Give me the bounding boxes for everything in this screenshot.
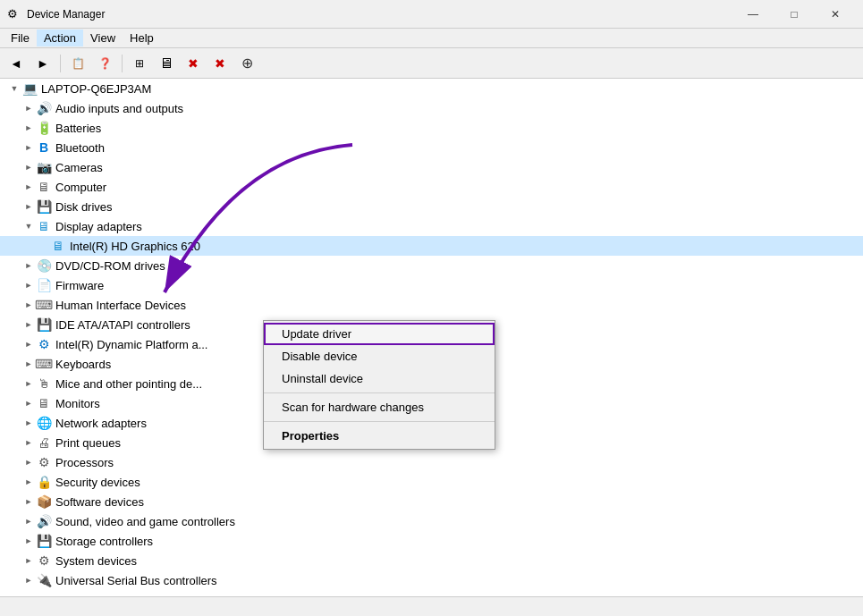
menu-view[interactable]: View bbox=[83, 30, 123, 46]
tree-label-monitors: Monitors bbox=[55, 397, 100, 410]
icon-audio: 🔊 bbox=[36, 100, 52, 116]
toolbar-separator-1 bbox=[60, 55, 61, 72]
tree-label-root: LAPTOP-Q6EJP3AM bbox=[41, 82, 151, 96]
tree-label-print: Print queues bbox=[55, 436, 121, 450]
tree-label-computer: Computer bbox=[55, 181, 106, 194]
tree-label-disk: Disk drives bbox=[55, 200, 113, 214]
expander-cameras: ► bbox=[21, 160, 36, 174]
close-button[interactable]: ✕ bbox=[815, 0, 856, 29]
tree-item-dvd[interactable]: ► 💿 DVD/CD-ROM drives bbox=[0, 256, 863, 275]
ctx-scan-hardware[interactable]: Scan for hardware changes bbox=[264, 396, 495, 418]
tree-item-computer[interactable]: ► 🖥 Computer bbox=[0, 177, 863, 197]
expander-intel-dp: ► bbox=[21, 337, 36, 351]
tree-item-cameras[interactable]: ► 📷 Cameras bbox=[0, 157, 863, 177]
tree-label-processors: Processors bbox=[55, 456, 114, 469]
expander-system: ► bbox=[21, 553, 36, 568]
expander-keyboards: ► bbox=[21, 357, 36, 371]
tree-item-software[interactable]: ► 📦 Software devices bbox=[0, 492, 863, 511]
title-bar: ⚙ Device Manager — □ ✕ bbox=[0, 0, 863, 29]
scan-button[interactable]: ⊕ bbox=[234, 51, 259, 76]
tree-item-security[interactable]: ► 🔒 Security devices bbox=[0, 472, 863, 492]
tree-label-storage: Storage controllers bbox=[55, 535, 153, 548]
expander-mice: ► bbox=[21, 376, 36, 391]
expander-security: ► bbox=[21, 475, 36, 489]
app-icon: ⚙ bbox=[7, 7, 21, 21]
icon-intel-dp: ⚙ bbox=[36, 336, 52, 352]
icon-hid: ⌨ bbox=[36, 297, 52, 313]
expander-batteries: ► bbox=[21, 121, 36, 135]
menu-file[interactable]: File bbox=[4, 30, 37, 46]
menu-help[interactable]: Help bbox=[123, 30, 161, 46]
expander-processors: ► bbox=[21, 455, 36, 469]
tree-label-security: Security devices bbox=[55, 476, 140, 489]
tree-label-dvd: DVD/CD-ROM drives bbox=[55, 259, 165, 273]
tree-label-keyboards: Keyboards bbox=[55, 358, 111, 371]
expander-usb: ► bbox=[21, 573, 36, 587]
icon-network: 🌐 bbox=[36, 415, 52, 431]
tree-item-firmware[interactable]: ► 📄 Firmware bbox=[0, 275, 863, 295]
expander-disk: ► bbox=[21, 199, 36, 214]
ctx-uninstall-device[interactable]: Uninstall device bbox=[264, 367, 495, 390]
expander-audio: ► bbox=[21, 101, 36, 115]
properties-button[interactable]: 📋 bbox=[65, 51, 90, 76]
update-driver-button[interactable]: ✖ bbox=[181, 51, 206, 76]
tree-label-mice: Mice and other pointing de... bbox=[55, 377, 202, 391]
tree-item-intel-hd[interactable]: 🖥 Intel(R) HD Graphics 620 bbox=[0, 236, 863, 256]
icon-security: 🔒 bbox=[36, 474, 52, 490]
tree-item-processors[interactable]: ► ⚙ Processors bbox=[0, 452, 863, 472]
expander-print: ► bbox=[21, 435, 36, 450]
icon-chip: 🖥 bbox=[36, 179, 52, 195]
tree-label-intel-dp: Intel(R) Dynamic Platform a... bbox=[55, 338, 208, 351]
tree-label-cameras: Cameras bbox=[55, 161, 103, 174]
icon-software: 📦 bbox=[36, 494, 52, 510]
toolbar: ◄ ► 📋 ❓ ⊞ 🖥 ✖ ✖ ⊕ bbox=[0, 48, 863, 79]
tree-item-audio[interactable]: ► 🔊 Audio inputs and outputs bbox=[0, 98, 863, 118]
tree-label-usb: Universal Serial Bus controllers bbox=[55, 574, 217, 587]
disable-button[interactable]: ✖ bbox=[207, 51, 233, 76]
icon-camera: 📷 bbox=[36, 159, 52, 175]
tree-label-audio: Audio inputs and outputs bbox=[55, 102, 183, 115]
tree-view[interactable]: ▼ 💻 LAPTOP-Q6EJP3AM ► 🔊 Audio inputs and… bbox=[0, 79, 863, 596]
minimize-button[interactable]: — bbox=[732, 0, 774, 29]
icon-monitor: 🖥 bbox=[36, 395, 52, 411]
tree-item-bluetooth[interactable]: ► B Bluetooth bbox=[0, 138, 863, 157]
help-button[interactable]: ❓ bbox=[92, 51, 117, 76]
menu-action[interactable]: Action bbox=[37, 30, 83, 46]
ctx-separator-2 bbox=[264, 421, 495, 422]
back-button[interactable]: ◄ bbox=[4, 51, 29, 76]
tree-item-sound[interactable]: ► 🔊 Sound, video and game controllers bbox=[0, 511, 863, 531]
tree-item-storage[interactable]: ► 💾 Storage controllers bbox=[0, 531, 863, 551]
show-hidden-button[interactable]: ⊞ bbox=[127, 51, 152, 76]
icon-firmware: 📄 bbox=[36, 277, 52, 293]
tree-label-network: Network adapters bbox=[55, 417, 147, 430]
tree-label-software: Software devices bbox=[55, 495, 144, 509]
main-content: ▼ 💻 LAPTOP-Q6EJP3AM ► 🔊 Audio inputs and… bbox=[0, 79, 863, 596]
tree-item-batteries[interactable]: ► 🔋 Batteries bbox=[0, 118, 863, 138]
ctx-properties[interactable]: Properties bbox=[264, 425, 495, 447]
forward-button[interactable]: ► bbox=[30, 51, 55, 76]
tree-label-firmware: Firmware bbox=[55, 279, 104, 292]
tree-item-disk[interactable]: ► 💾 Disk drives bbox=[0, 197, 863, 216]
icon-storage: 💾 bbox=[36, 533, 52, 549]
properties2-button[interactable]: 🖥 bbox=[154, 51, 179, 76]
expander-computer: ► bbox=[21, 180, 36, 194]
tree-item-system[interactable]: ► ⚙ System devices bbox=[0, 551, 863, 570]
icon-dvd: 💿 bbox=[36, 257, 52, 274]
tree-item-usb[interactable]: ► 🔌 Universal Serial Bus controllers bbox=[0, 570, 863, 590]
status-bar bbox=[0, 596, 863, 616]
maximize-button[interactable]: □ bbox=[774, 0, 815, 29]
tree-item-root[interactable]: ▼ 💻 LAPTOP-Q6EJP3AM bbox=[0, 79, 863, 98]
tree-item-hid[interactable]: ► ⌨ Human Interface Devices bbox=[0, 295, 863, 315]
window-title: Device Manager bbox=[27, 8, 732, 21]
ctx-disable-device[interactable]: Disable device bbox=[264, 345, 495, 367]
tree-label-ide: IDE ATA/ATAPI controllers bbox=[55, 318, 190, 332]
tree-item-display[interactable]: ▼ 🖥 Display adapters bbox=[0, 216, 863, 236]
expander-monitors: ► bbox=[21, 396, 36, 410]
ctx-update-driver[interactable]: Update driver bbox=[264, 323, 495, 345]
toolbar-separator-2 bbox=[122, 55, 123, 72]
expander-sound: ► bbox=[21, 514, 36, 528]
expander-root: ▼ bbox=[7, 81, 21, 96]
icon-battery: 🔋 bbox=[36, 120, 52, 136]
expander-ide: ► bbox=[21, 317, 36, 332]
menu-bar: File Action View Help bbox=[0, 29, 863, 48]
